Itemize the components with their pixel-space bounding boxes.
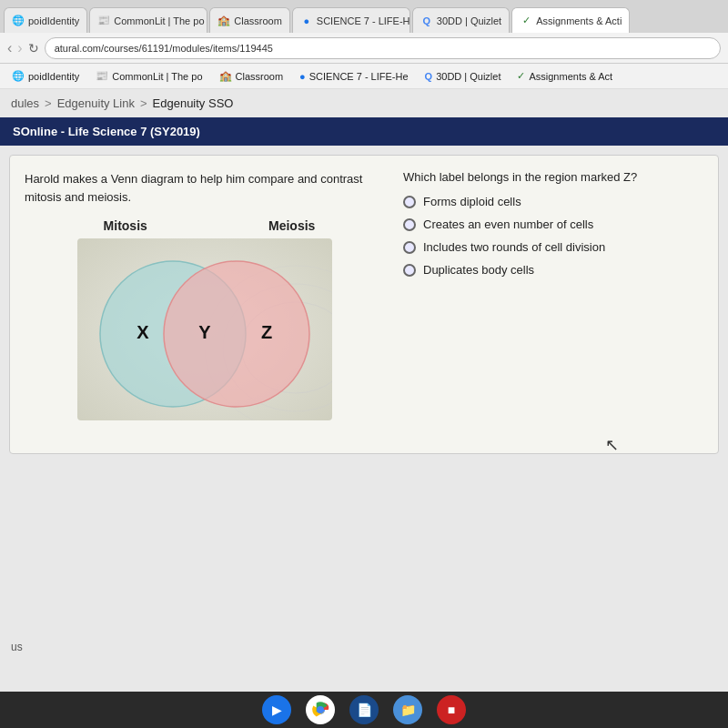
question-stem: Harold makes a Venn diagram to help him … bbox=[25, 170, 385, 206]
answer-options: Forms diploid cells Creates an even numb… bbox=[403, 195, 703, 277]
breadcrumb-edgenuity-link[interactable]: Edgenuity Link bbox=[57, 96, 135, 110]
taskbar-icon-docs[interactable]: 📄 bbox=[349, 695, 379, 724]
option-4-text: Duplicates body cells bbox=[423, 263, 534, 277]
tab-poididentity[interactable]: 🌐 poidIdentity bbox=[4, 7, 87, 33]
venn-left-label: Mitosis bbox=[104, 218, 147, 233]
bookmark-icon-5: Q bbox=[425, 71, 433, 82]
bookmark-commonlit[interactable]: 📰 CommonLit | The po bbox=[89, 66, 208, 86]
radio-2[interactable] bbox=[403, 218, 416, 231]
tab-icon-5: Q bbox=[420, 15, 433, 27]
tab-icon-3: 🏫 bbox=[217, 15, 230, 27]
left-panel: Harold makes a Venn diagram to help him … bbox=[25, 170, 385, 439]
venn-labels-row: Mitosis Meiosis bbox=[25, 218, 385, 233]
bookmarks-bar: 🌐 poidIdentity 📰 CommonLit | The po 🏫 Cl… bbox=[0, 64, 728, 89]
tab-icon-1: 🌐 bbox=[12, 15, 25, 27]
svg-point-7 bbox=[317, 706, 324, 713]
option-1-text: Forms diploid cells bbox=[423, 195, 521, 208]
address-field[interactable]: atural.com/courses/61191/modules/items/1… bbox=[45, 37, 721, 59]
venn-z-label: Z bbox=[261, 322, 272, 342]
status-bottom: us bbox=[11, 641, 23, 653]
bookmark-classroom[interactable]: 🏫 Classroom bbox=[213, 66, 290, 86]
radio-3[interactable] bbox=[403, 241, 416, 254]
taskbar: ▶ 📄 📁 ■ bbox=[0, 692, 728, 728]
option-3[interactable]: Includes two rounds of cell division bbox=[403, 240, 703, 254]
course-title: SOnline - Life Science 7 (SY2019) bbox=[13, 125, 200, 138]
svg-point-5 bbox=[164, 261, 309, 407]
chrome-icon bbox=[308, 698, 332, 722]
red-icon: ■ bbox=[448, 703, 455, 717]
folder-icon: 📁 bbox=[400, 703, 416, 717]
bookmark-icon-4: ● bbox=[299, 71, 306, 82]
course-header: SOnline - Life Science 7 (SY2019) bbox=[0, 117, 728, 146]
forward-button[interactable]: › bbox=[17, 40, 22, 56]
venn-x-label: X bbox=[136, 322, 149, 342]
breadcrumb-sep-1: > bbox=[45, 96, 52, 110]
reload-button[interactable]: ↻ bbox=[28, 41, 39, 56]
breadcrumb-current: Edgenuity SSO bbox=[153, 96, 234, 110]
bookmark-icon-1: 🌐 bbox=[12, 70, 25, 82]
page-content: dules > Edgenuity Link > Edgenuity SSO S… bbox=[0, 89, 728, 692]
tab-science7[interactable]: ● SCIENCE 7 - LIFE-He bbox=[292, 7, 410, 33]
back-button[interactable]: ‹ bbox=[7, 40, 12, 56]
venn-svg: X Y Z bbox=[77, 238, 332, 420]
tab-classroom[interactable]: 🏫 Classroom bbox=[209, 7, 290, 33]
bookmark-icon-2: 📰 bbox=[96, 70, 108, 82]
tab-quizlet[interactable]: Q 30DD | Quizlet bbox=[412, 7, 510, 33]
tab-icon-2: 📰 bbox=[97, 15, 110, 27]
radio-1[interactable] bbox=[403, 196, 416, 208]
right-panel: Which label belongs in the region marked… bbox=[403, 170, 703, 439]
bookmark-science7[interactable]: ● SCIENCE 7 - LIFE-He bbox=[293, 66, 414, 86]
browser-tabs: 🌐 poidIdentity 📰 CommonLit | The po 🏫 Cl… bbox=[0, 0, 728, 33]
quiz-area: Harold makes a Venn diagram to help him … bbox=[9, 155, 719, 454]
option-2-text: Creates an even number of cells bbox=[423, 217, 593, 231]
venn-right-label: Meiosis bbox=[268, 218, 315, 233]
breadcrumb: dules > Edgenuity Link > Edgenuity SSO bbox=[0, 89, 728, 117]
right-question-text: Which label belongs in the region marked… bbox=[403, 170, 703, 184]
tab-commonlit[interactable]: 📰 CommonLit | The po bbox=[89, 7, 207, 33]
bookmark-poididentity[interactable]: 🌐 poidIdentity bbox=[5, 66, 86, 86]
play-icon: ▶ bbox=[272, 703, 282, 717]
tab-icon-4: ● bbox=[300, 15, 313, 27]
venn-diagram: X Y Z bbox=[77, 238, 332, 439]
option-4[interactable]: Duplicates body cells bbox=[403, 263, 703, 277]
taskbar-icon-chrome[interactable] bbox=[306, 695, 335, 724]
bookmark-icon-3: 🏫 bbox=[219, 70, 232, 82]
docs-icon: 📄 bbox=[357, 703, 372, 717]
cursor-indicator: ↖ bbox=[605, 435, 619, 455]
taskbar-icon-play[interactable]: ▶ bbox=[262, 695, 291, 724]
bookmark-icon-6: ✓ bbox=[517, 70, 525, 82]
option-2[interactable]: Creates an even number of cells bbox=[403, 217, 703, 231]
option-3-text: Includes two rounds of cell division bbox=[423, 240, 605, 254]
venn-y-label: Y bbox=[198, 322, 211, 342]
breadcrumb-modules[interactable]: dules bbox=[11, 96, 39, 110]
taskbar-icon-red[interactable]: ■ bbox=[437, 695, 466, 724]
tab-assignments[interactable]: ✓ Assignments & Acti bbox=[511, 7, 630, 33]
tab-icon-6: ✓ bbox=[520, 15, 532, 27]
radio-4[interactable] bbox=[403, 264, 416, 277]
bookmark-assignments[interactable]: ✓ Assignments & Act bbox=[511, 66, 619, 86]
bookmark-quizlet[interactable]: Q 30DD | Quizlet bbox=[419, 66, 508, 86]
breadcrumb-sep-2: > bbox=[140, 96, 147, 110]
option-1[interactable]: Forms diploid cells bbox=[403, 195, 703, 208]
taskbar-icon-folder[interactable]: 📁 bbox=[393, 695, 422, 724]
address-bar-row: ‹ › ↻ atural.com/courses/61191/modules/i… bbox=[0, 33, 728, 64]
